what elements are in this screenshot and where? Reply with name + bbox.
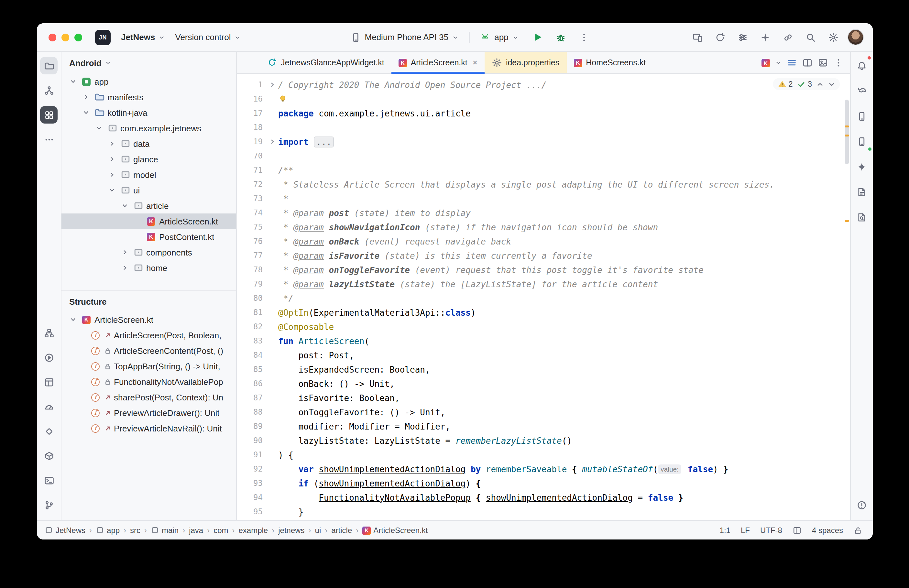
quality-insights-icon[interactable] bbox=[40, 422, 58, 440]
hierarchy-icon[interactable] bbox=[40, 324, 58, 342]
code-line-89[interactable]: 89 modifier: Modifier = Modifier, bbox=[237, 419, 850, 433]
structure-root-articlescreen-kt[interactable]: KArticleScreen.kt bbox=[61, 312, 236, 327]
intention-bulb-icon[interactable] bbox=[278, 94, 288, 103]
tab-articlescreen-kt[interactable]: KArticleScreen.kt× bbox=[391, 52, 484, 73]
code-line-70[interactable]: 70 bbox=[237, 149, 850, 163]
code-line-87[interactable]: 87 isFavorite: Boolean, bbox=[237, 391, 850, 405]
line-number[interactable]: 77 bbox=[237, 251, 266, 260]
project-view-header[interactable]: Android bbox=[61, 52, 236, 74]
run-button[interactable] bbox=[529, 29, 546, 45]
chevron-open-icon[interactable] bbox=[68, 316, 78, 323]
chevron-closed-icon[interactable] bbox=[107, 171, 117, 178]
line-number[interactable]: 82 bbox=[237, 322, 266, 331]
tree-item-article[interactable]: article bbox=[61, 198, 236, 213]
line-number[interactable]: 16 bbox=[237, 94, 266, 103]
code-line-1[interactable]: 1/ Copyright 2020 The Android Open Sourc… bbox=[237, 78, 850, 92]
line-number[interactable]: 92 bbox=[237, 464, 266, 473]
breadcrumb-src[interactable]: src bbox=[130, 526, 140, 535]
sync-icon[interactable] bbox=[712, 29, 728, 45]
link-icon[interactable] bbox=[780, 29, 796, 45]
resource-grid-icon[interactable] bbox=[40, 106, 58, 124]
close-window-button[interactable] bbox=[48, 33, 56, 41]
minimize-window-button[interactable] bbox=[61, 33, 69, 41]
line-number[interactable]: 78 bbox=[237, 265, 266, 274]
chevron-closed-icon[interactable] bbox=[120, 249, 130, 255]
editor-options-icon[interactable] bbox=[833, 57, 844, 68]
tab-idea-properties[interactable]: idea.properties bbox=[484, 52, 567, 73]
line-number[interactable]: 84 bbox=[237, 351, 266, 360]
chevron-closed-icon[interactable] bbox=[120, 265, 130, 271]
project-folder-icon[interactable] bbox=[40, 57, 58, 74]
breadcrumb-ui[interactable]: ui bbox=[315, 526, 321, 535]
line-number[interactable]: 72 bbox=[237, 180, 266, 189]
line-number[interactable]: 83 bbox=[237, 336, 266, 346]
code-line-79[interactable]: 79 * @param lazyListState (state) the [L… bbox=[237, 277, 850, 291]
chevron-closed-icon[interactable] bbox=[107, 156, 117, 162]
breadcrumb-main[interactable]: main bbox=[151, 526, 179, 535]
line-number[interactable]: 19 bbox=[237, 137, 266, 146]
code-line-80[interactable]: 80 */ bbox=[237, 291, 850, 305]
device-mirroring-icon[interactable] bbox=[689, 29, 706, 45]
settings-sliders-icon[interactable] bbox=[734, 29, 751, 45]
code-line-74[interactable]: 74 * @param post (state) item to display bbox=[237, 206, 850, 220]
tree-item-com-example-jetnews[interactable]: com.example.jetnews bbox=[61, 120, 236, 136]
breadcrumb-java[interactable]: java bbox=[189, 526, 203, 535]
line-number[interactable]: 79 bbox=[237, 279, 266, 289]
editor-layout-icon[interactable] bbox=[793, 526, 802, 535]
fold-collapsed-icon[interactable] bbox=[266, 81, 278, 88]
tree-item-postcontent-kt[interactable]: KPostContent.kt bbox=[61, 229, 236, 244]
code-line-86[interactable]: 86 onBack: () -> Unit, bbox=[237, 376, 850, 391]
more-actions-button[interactable] bbox=[576, 29, 593, 45]
code-line-71[interactable]: 71/** bbox=[237, 163, 850, 177]
chevron-open-icon[interactable] bbox=[68, 78, 78, 85]
preview-image-icon[interactable] bbox=[818, 57, 828, 68]
more-tools-icon[interactable] bbox=[40, 131, 58, 148]
notifications-bell-icon[interactable] bbox=[853, 57, 870, 74]
tree-item-kotlin-java[interactable]: kotlin+java bbox=[61, 105, 236, 120]
git-branch-icon[interactable] bbox=[40, 496, 58, 514]
line-number[interactable]: 70 bbox=[237, 151, 266, 160]
breadcrumb-jetnews[interactable]: JetNews bbox=[45, 526, 86, 535]
device-selector[interactable]: Medium Phone API 35 bbox=[347, 29, 463, 45]
line-number[interactable]: 90 bbox=[237, 436, 266, 445]
line-number[interactable]: 1 bbox=[237, 80, 266, 89]
code-line-78[interactable]: 78 * @param onToggleFavorite (event) req… bbox=[237, 263, 850, 277]
debug-button[interactable] bbox=[552, 29, 569, 45]
line-number[interactable]: 17 bbox=[237, 109, 266, 118]
settings-gear-icon[interactable] bbox=[825, 29, 842, 45]
line-number[interactable]: 95 bbox=[237, 507, 266, 516]
layout-tool-icon[interactable] bbox=[40, 373, 58, 391]
line-number[interactable]: 75 bbox=[237, 223, 266, 232]
code-line-76[interactable]: 76 * @param onBack (event) request navig… bbox=[237, 234, 850, 249]
code-line-77[interactable]: 77 * @param isFavorite (state) is this i… bbox=[237, 249, 850, 263]
inspections-widget[interactable]: 2 3 bbox=[773, 78, 840, 90]
user-avatar[interactable] bbox=[848, 29, 864, 45]
code-line-16[interactable]: 16 bbox=[237, 92, 850, 106]
code-line-91[interactable]: 91) { bbox=[237, 447, 850, 462]
code-line-84[interactable]: 84 post: Post, bbox=[237, 348, 850, 362]
tree-item-components[interactable]: components bbox=[61, 244, 236, 260]
split-editor-icon[interactable] bbox=[802, 57, 812, 68]
breadcrumb-articlescreen-kt[interactable]: KArticleScreen.kt bbox=[362, 526, 428, 535]
line-number[interactable]: 74 bbox=[237, 208, 266, 217]
run-tool-icon[interactable] bbox=[40, 349, 58, 366]
code-line-95[interactable]: 95 } bbox=[237, 504, 850, 519]
chevron-open-icon[interactable] bbox=[107, 187, 117, 194]
scrollbar-warning-mark[interactable] bbox=[845, 126, 849, 128]
line-number[interactable]: 91 bbox=[237, 450, 266, 459]
warnings-counter[interactable]: 2 bbox=[777, 79, 793, 89]
code-line-94[interactable]: 94 FunctionalityNotAvailablePopup { show… bbox=[237, 490, 850, 504]
code-line-82[interactable]: 82@Composable bbox=[237, 320, 850, 334]
chevron-closed-icon[interactable] bbox=[81, 94, 91, 100]
line-number[interactable]: 80 bbox=[237, 294, 266, 303]
breadcrumb-jetnews[interactable]: jetnews bbox=[278, 526, 304, 535]
code-editor[interactable]: 2 3 1/ Copyright 2020 The Android Open S… bbox=[237, 74, 850, 520]
line-number[interactable]: 85 bbox=[237, 365, 266, 374]
scrollbar-warning-mark[interactable] bbox=[845, 220, 849, 222]
tree-item-articlescreen-kt[interactable]: KArticleScreen.kt bbox=[61, 213, 236, 229]
line-number[interactable]: 89 bbox=[237, 422, 266, 431]
ai-spark-icon[interactable] bbox=[757, 29, 774, 45]
line-number[interactable]: 87 bbox=[237, 393, 266, 402]
code-line-73[interactable]: 73 * bbox=[237, 191, 850, 206]
line-number[interactable]: 18 bbox=[237, 123, 266, 132]
